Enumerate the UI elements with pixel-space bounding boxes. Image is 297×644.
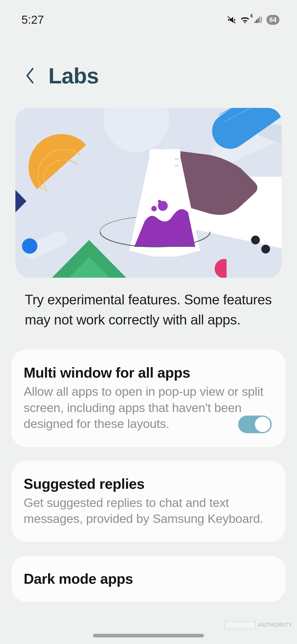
setting-description: Allow all apps to open in pop-up view or… bbox=[24, 384, 273, 432]
intro-text: Try experimental features. Some features… bbox=[25, 290, 272, 330]
setting-description: Get suggested replies to chat and text m… bbox=[24, 495, 273, 527]
navigation-handle[interactable] bbox=[93, 634, 204, 637]
watermark: ANDROID AUTHORITY bbox=[224, 621, 293, 629]
svg-point-14 bbox=[261, 245, 270, 253]
setting-dark-mode-apps[interactable]: Dark mode apps bbox=[12, 556, 285, 602]
back-button[interactable] bbox=[20, 66, 40, 86]
svg-point-13 bbox=[251, 236, 260, 244]
chevron-left-icon bbox=[25, 68, 35, 84]
labs-illustration bbox=[15, 108, 282, 278]
status-bar: 5:27 6 64 bbox=[0, 0, 297, 30]
status-icons: 6 64 bbox=[227, 15, 279, 25]
setting-title: Dark mode apps bbox=[24, 571, 273, 587]
svg-point-20 bbox=[158, 201, 168, 211]
battery-indicator: 64 bbox=[266, 15, 279, 25]
setting-multi-window[interactable]: Multi window for all apps Allow all apps… bbox=[12, 350, 285, 447]
svg-rect-16 bbox=[150, 149, 180, 159]
svg-point-9 bbox=[22, 238, 37, 254]
status-time: 5:27 bbox=[21, 13, 44, 26]
wifi-icon: 6 bbox=[240, 15, 251, 24]
setting-title: Multi window for all apps bbox=[24, 364, 273, 381]
page-title: Labs bbox=[48, 63, 99, 89]
header: Labs bbox=[0, 30, 297, 100]
toggle-switch[interactable] bbox=[238, 416, 272, 433]
svg-point-18 bbox=[151, 206, 157, 211]
toggle-knob-icon bbox=[255, 417, 270, 432]
watermark-text: ANDROID bbox=[224, 621, 256, 629]
setting-suggested-replies[interactable]: Suggested replies Get suggested replies … bbox=[12, 461, 285, 542]
watermark-text: AUTHORITY bbox=[257, 621, 293, 629]
mute-vibrate-icon bbox=[227, 15, 236, 24]
signal-icon bbox=[254, 15, 263, 24]
setting-title: Suggested replies bbox=[24, 476, 273, 492]
